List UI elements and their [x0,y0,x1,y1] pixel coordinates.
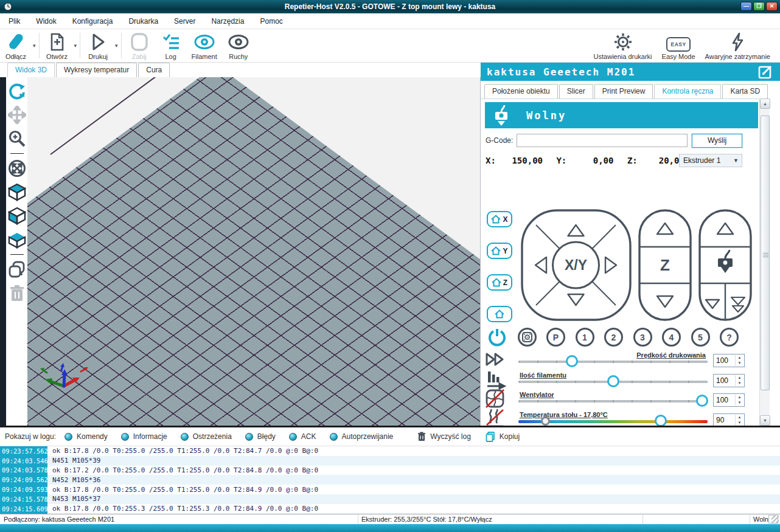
close-button[interactable]: ✕ [766,2,778,11]
spinner-arrows[interactable]: ▲▼ [735,355,743,366]
move-view-icon[interactable] [8,106,26,124]
copy-log-button[interactable]: Kopiuj [486,432,520,442]
minimize-button[interactable]: — [740,2,752,11]
toggle-dot-icon [245,433,253,441]
copy-objects-icon[interactable] [8,260,26,278]
menu-widok[interactable]: Widok [36,17,56,26]
lightning-icon [729,32,746,52]
script-2-button[interactable]: 2 [604,328,623,347]
bed-temp-slider[interactable] [518,420,708,423]
tab-slicer[interactable]: Slicer [559,84,593,98]
viewport-3d[interactable] [27,77,481,426]
extruder-jog-pad[interactable] [698,209,753,322]
rotate-view-icon[interactable] [8,82,26,100]
script-5-button[interactable]: 5 [691,328,710,347]
toggle-ack[interactable]: ACK [289,432,316,441]
fan-off-icon [484,389,506,409]
spinner-arrows[interactable]: ▲▼ [735,415,743,426]
toggle-autoprzewijanie[interactable]: Autoprzewijanie [330,432,394,441]
fan-slider[interactable] [518,400,708,402]
log-toggle-button[interactable]: Log [155,29,187,62]
bed-temp-thumb[interactable] [655,415,667,427]
tab-cura[interactable]: Cura [138,63,170,77]
top-view-icon[interactable] [8,230,26,249]
power-button[interactable] [487,328,507,347]
help-button[interactable]: ? [720,328,739,347]
tab-karta-sd[interactable]: Karta SD [722,84,768,98]
print-dropdown[interactable]: ▾ [114,29,119,62]
xy-jog-pad[interactable]: X/Y [520,209,632,322]
easy-mode-button[interactable]: EASY Easy Mode [657,29,700,62]
print-button[interactable]: Drukuj [82,29,114,62]
resize-grip[interactable] [771,516,779,523]
toggle-dot-icon [181,433,189,441]
filament-toggle-button[interactable]: Filament [187,29,222,62]
menu-drukarka[interactable]: Drukarka [128,17,158,26]
z-label: Z: [627,156,641,165]
print-speed-slider[interactable] [518,361,708,363]
disconnect-dropdown[interactable]: ▾ [32,29,37,62]
home-x-button[interactable]: X [487,211,512,227]
tab-kontrola-reczna[interactable]: Kontrola ręczna [654,84,721,98]
tab-print-preview[interactable]: Print Preview [594,84,653,98]
z-jog-pad[interactable]: Z [638,209,692,322]
scroll-up-button[interactable]: ▲ [760,98,770,109]
log-output[interactable]: 09:23:57.562ok B:17.8 /0.0 T0:255.0 /255… [0,446,780,514]
scroll-thumb[interactable] [761,116,770,390]
flow-slider[interactable] [518,381,708,383]
fit-view-icon[interactable] [8,159,26,178]
menu-narzedzia[interactable]: Narzędzia [211,17,244,26]
disconnect-button[interactable]: Odłącz [0,29,32,62]
gcode-input[interactable] [517,134,688,147]
x-value: 150,00 [499,156,543,165]
print-speed-thumb[interactable] [566,355,578,367]
fan-spinner[interactable]: 100▲▼ [713,393,745,407]
print-speed-spinner[interactable]: 100▲▼ [713,354,745,367]
open-button[interactable]: Otwórz [41,29,73,62]
fan-thumb[interactable] [696,395,708,407]
front-view-icon[interactable] [8,207,26,225]
toggle-komendy[interactable]: Komendy [64,432,108,441]
scroll-down-button[interactable]: ▼ [760,415,770,426]
easy-mode-icon: EASY [666,37,691,52]
log-message: N451 M105*39 [47,457,100,465]
tab-widok-3d[interactable]: Widok 3D [7,63,55,77]
menu-plik[interactable]: Plik [9,17,20,26]
menu-server[interactable]: Server [174,17,195,26]
tab-polozenie-obiektu[interactable]: Położenie obiektu [484,84,558,98]
maximize-button[interactable]: ❐ [753,2,765,11]
home-all-button[interactable] [487,306,512,322]
printer-settings-button[interactable]: Ustawienia drukarki [589,29,657,62]
zoom-view-icon[interactable] [8,130,26,148]
motor-off-button[interactable] [518,328,537,347]
toggle-bledy[interactable]: Błędy [245,432,276,441]
title-bar: Repetier-Host V2.0.5 - GOTOWE - Z top mo… [0,0,780,13]
isometric-view-icon[interactable] [8,183,26,201]
status-separator [358,515,358,524]
toggle-informacje[interactable]: Informacje [121,432,167,441]
travel-toggle-button[interactable]: Ruchy [222,29,255,62]
spinner-arrows[interactable]: ▲▼ [735,375,743,386]
home-y-button[interactable]: Y [487,243,512,259]
send-gcode-button[interactable]: Wyślij [692,134,742,148]
extruder-select[interactable]: Ekstruder 1▼ [679,154,742,167]
script-3-button[interactable]: 3 [633,328,652,347]
menu-pomoc[interactable]: Pomoc [260,17,282,26]
menu-konfiguracja[interactable]: Konfiguracja [72,17,113,26]
kill-label: Zabij [132,53,147,60]
home-z-button[interactable]: Z [487,274,512,291]
flow-thumb[interactable] [607,375,619,387]
tab-wykresy-temperatur[interactable]: Wykresy temperatur [56,63,137,77]
clear-log-button[interactable]: Wyczyść log [417,432,471,441]
open-dropdown[interactable]: ▾ [73,29,78,62]
spinner-arrows[interactable]: ▲▼ [735,395,743,406]
edit-printer-button[interactable] [757,64,774,80]
right-panel-scrollbar[interactable]: ▲ ▼ [759,98,770,426]
script-4-button[interactable]: 4 [662,328,681,347]
flow-spinner[interactable]: 100▲▼ [713,374,745,387]
park-button[interactable]: P [546,328,565,347]
emergency-stop-button[interactable]: Awaryjne zatrzymanie [700,29,775,62]
toggle-ostrzezenia[interactable]: Ostrzeżenia [181,432,232,441]
bed-temp-spinner[interactable]: 90▲▼ [713,413,745,427]
script-1-button[interactable]: 1 [576,328,594,347]
